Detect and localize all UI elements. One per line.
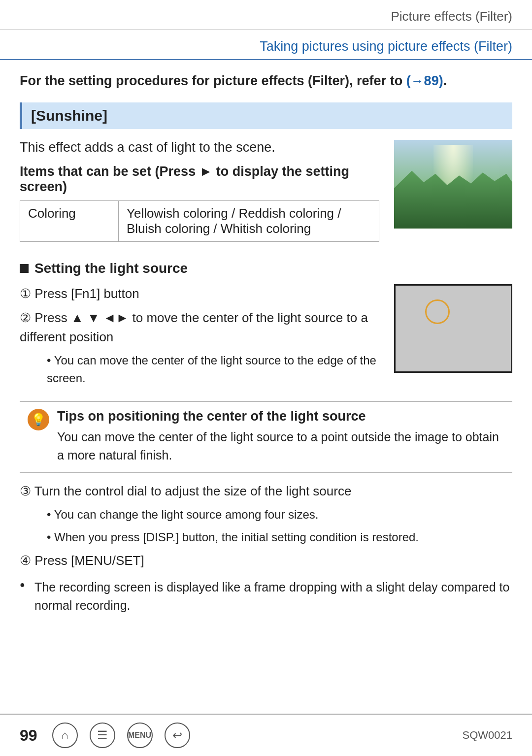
effect-row: This effect adds a cast of light to the …: [20, 140, 512, 246]
intro-text-after: .: [443, 73, 447, 88]
step-3-text: Turn the control dial to adjust the size…: [34, 484, 352, 498]
menu-label: MENU: [128, 731, 151, 740]
intro-link-ref[interactable]: (→89): [406, 73, 443, 88]
page-header-title: Picture effects (Filter): [391, 9, 512, 24]
effect-text-col: This effect adds a cast of light to the …: [20, 140, 394, 246]
step-4-num: ④: [20, 553, 31, 568]
step-2-bullet-text: •: [47, 354, 54, 367]
step-3-bullet-1-text: •: [47, 508, 54, 521]
note-item: The recording screen is displayed like a…: [20, 578, 512, 615]
step-3: ③ Turn the control dial to adjust the si…: [20, 482, 512, 501]
tip-desc: You can move the center of the light sou…: [57, 428, 504, 465]
back-button[interactable]: ↩: [165, 723, 190, 748]
step-2-num: ②: [20, 310, 31, 325]
tip-box: 💡 Tips on positioning the center of the …: [20, 401, 512, 473]
effect-image: [394, 140, 512, 229]
setting-light-section: Setting the light source ① Press [Fn1] b…: [20, 261, 512, 615]
step-1-text: Press [Fn1] button: [34, 286, 139, 301]
step-3-num: ③: [20, 484, 31, 498]
main-content: For the setting procedures for picture e…: [0, 72, 532, 615]
light-source-image: [394, 284, 512, 373]
page-number: 99: [20, 726, 37, 745]
step-3-bullet-1: • You can change the light source among …: [20, 506, 512, 524]
footer-icons: ⌂ ☰ MENU ↩: [52, 723, 190, 748]
steps-row: ① Press [Fn1] button ② Press ▲ ▼ ◄► to m…: [20, 284, 512, 392]
sqw-code: SQW0021: [463, 729, 513, 742]
tip-icon: 💡: [28, 409, 49, 430]
back-icon: ↩: [172, 728, 182, 742]
blue-link-text[interactable]: Taking pictures using picture effects (F…: [260, 39, 512, 54]
items-header: Items that can be set (Press ► to displa…: [20, 164, 379, 195]
settings-table: Coloring Yellowish coloring / Reddish co…: [20, 200, 379, 242]
note-text: The recording screen is displayed like a…: [34, 580, 509, 613]
step-1-num: ①: [20, 286, 31, 301]
steps-col: ① Press [Fn1] button ② Press ▲ ▼ ◄► to m…: [20, 284, 394, 392]
black-square-icon: [20, 264, 29, 273]
step-3-bullet-2: • When you press [DISP.] button, the ini…: [20, 528, 512, 546]
step-2: ② Press ▲ ▼ ◄► to move the center of the…: [20, 308, 379, 347]
intro-line: For the setting procedures for picture e…: [20, 72, 512, 91]
light-source-circle: [425, 299, 450, 324]
step-3-bullet-2-text: •: [47, 530, 54, 544]
intro-text-before: For the setting procedures for picture e…: [20, 73, 406, 88]
step-4: ④ Press [MENU/SET]: [20, 551, 512, 570]
home-icon: ⌂: [61, 728, 68, 742]
home-button[interactable]: ⌂: [52, 723, 78, 748]
step-1: ① Press [Fn1] button: [20, 284, 379, 303]
step-2-text: Press ▲ ▼ ◄► to move the center of the l…: [20, 310, 368, 344]
blue-link-bar: Taking pictures using picture effects (F…: [0, 30, 532, 60]
menu-button[interactable]: MENU: [127, 723, 153, 748]
tip-content: Tips on positioning the center of the li…: [57, 409, 504, 465]
step-2-bullet: • You can move the center of the light s…: [20, 352, 379, 387]
step-4-text: Press [MENU/SET]: [34, 553, 144, 568]
table-row: Coloring Yellowish coloring / Reddish co…: [20, 200, 379, 241]
list-icon: ☰: [97, 728, 108, 742]
list-button[interactable]: ☰: [90, 723, 115, 748]
page-footer: 99 ⌂ ☰ MENU ↩ SQW0021: [0, 714, 532, 756]
table-cell-label: Coloring: [20, 200, 119, 241]
subsection-title: Setting the light source: [20, 261, 512, 276]
page-header: Picture effects (Filter): [0, 0, 532, 30]
table-cell-value: Yellowish coloring / Reddish coloring / …: [119, 200, 379, 241]
effect-image-inner: [394, 140, 512, 229]
effect-desc: This effect adds a cast of light to the …: [20, 140, 379, 155]
tip-title: Tips on positioning the center of the li…: [57, 409, 504, 424]
sunshine-header: [Sunshine]: [20, 102, 512, 129]
